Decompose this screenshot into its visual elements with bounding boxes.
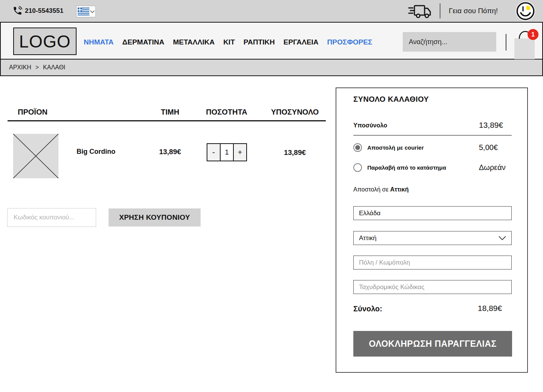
col-header-product: ΠΡΟΪΟΝ [18,108,48,116]
total-value: 18,89€ [478,304,502,313]
search-input[interactable] [403,32,496,52]
total-label: Σύνολο: [353,305,382,313]
cart-summary-panel: ΣΥΝΟΛΟ ΚΑΛΑΘΙΟΥ Υποσύνολο 13,89€ Αποστολ… [336,87,528,373]
region-select[interactable]: Αττική [353,231,512,245]
logo[interactable]: LOGO [13,28,77,55]
radio-courier-selected[interactable] [353,143,362,152]
ship-to-region: Αττική [390,186,409,193]
search-box [403,32,496,52]
col-header-subtotal: ΥΠΟΣΥΝΟΛΟ [263,108,327,116]
subtotal-value: 13,89€ [479,121,503,130]
table-header-rule [8,120,326,121]
top-bar: 210-5543551 [0,0,543,22]
main-nav: ΝΗΜΑΤΑ ΔΕΡΜΑΤΙΝΑ ΜΕΤΑΛΛΙΚΑ ΚΙΤ ΡΑΠΤΙΚΗ Ε… [84,38,372,46]
coupon-code-input[interactable] [7,208,96,227]
shipping-option-label[interactable]: Παραλαβή από το κατάστημα [367,164,446,171]
quantity-value: 1 [220,143,234,161]
quantity-decrease-button[interactable]: - [207,143,221,161]
nav-item-raptiki[interactable]: ΡΑΠΤΙΚΗ [244,38,275,46]
summary-divider [353,135,512,136]
nav-item-prosfores[interactable]: ΠΡΟΣΦΟΡΕΣ [327,38,373,46]
shipping-option-courier[interactable]: Αποστολή με courier [353,142,424,152]
country-field[interactable] [353,206,512,220]
topbar-divider [440,3,440,18]
breadcrumb: ΑΡΧΙΚΗ > ΚΑΛΑΘΙ [0,60,543,76]
truck-icon[interactable] [408,4,432,18]
city-field[interactable] [353,256,512,270]
ship-to-note: Αποστολή σε Αττική [353,186,409,193]
language-selector[interactable] [76,6,96,17]
chevron-down-icon [90,10,95,13]
greek-flag-icon [78,8,89,15]
product-price: 13,89€ [149,148,191,156]
shipping-option-price: 5,00€ [479,143,498,152]
breadcrumb-home[interactable]: ΑΡΧΙΚΗ [9,64,31,71]
shipping-option-price: Δωρεάν [479,163,506,172]
product-subtotal: 13,89€ [263,149,327,157]
cart-button[interactable] [514,38,535,59]
nav-item-ergaleia[interactable]: ΕΡΓΑΛΕΙΑ [284,38,319,46]
breadcrumb-separator: > [35,64,39,71]
col-header-quantity: ΠΟΣΟΤΗΤΑ [200,108,253,116]
col-header-price: ΤΙΜΗ [149,108,191,116]
region-select-value: Αττική [359,234,377,242]
subtotal-label: Υποσύνολο [353,122,387,129]
quantity-stepper: - 1 + [207,143,247,161]
zip-field[interactable] [353,280,512,294]
nav-item-kit[interactable]: ΚΙΤ [223,38,235,46]
nav-item-dermatina[interactable]: ΔΕΡΜΑΤΙΝΑ [122,38,164,46]
logo-text: LOGO [19,31,71,52]
user-greeting: Γεια σου Πόπη! [449,7,498,15]
checkout-button[interactable]: ΟΛΟΚΛΗΡΩΣΗ ΠΑΡΑΓΓΕΛΙΑΣ [353,331,512,357]
nav-item-metallika[interactable]: ΜΕΤΑΛΛΙΚΑ [173,38,215,46]
crossed-box-icon [13,134,58,178]
phone-number: 210-5543551 [25,7,63,15]
product-image-placeholder [13,134,58,178]
shipping-option-pickup[interactable]: Παραλαβή από το κατάστημα [353,162,446,172]
phone-icon [12,6,23,16]
smiley-avatar-icon[interactable] [515,1,536,21]
chevron-down-icon [499,236,506,240]
cart-count-badge: 1 [528,29,538,40]
radio-pickup-unselected[interactable] [353,163,362,172]
shipping-option-label[interactable]: Αποστολή με courier [367,144,424,151]
product-name[interactable]: Big Cordino [77,148,115,156]
quantity-increase-button[interactable]: + [233,143,247,161]
nav-item-nimata[interactable]: ΝΗΜΑΤΑ [84,38,114,46]
header-divider [506,34,506,51]
summary-title: ΣΥΝΟΛΟ ΚΑΛΑΘΙΟΥ [353,95,429,104]
apply-coupon-button[interactable]: ΧΡΗΣΗ ΚΟΥΠΟΝΙΟΥ [109,208,201,227]
breadcrumb-current: ΚΑΛΑΘΙ [43,64,65,71]
cart-page: 210-5543551 [0,0,543,392]
